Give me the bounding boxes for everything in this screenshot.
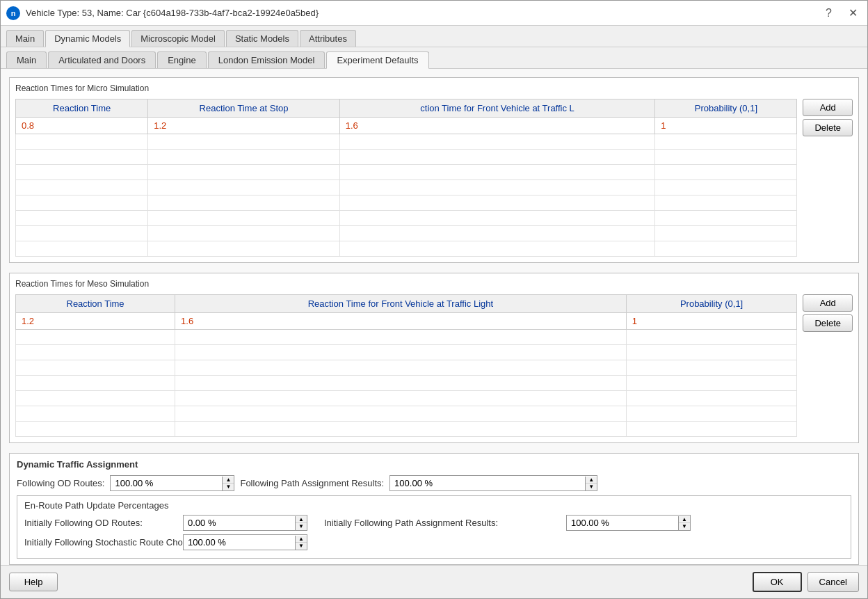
following-od-input-group[interactable]: ▲ ▼ <box>110 475 234 491</box>
init-od-row: Initially Following OD Routes: ▲ ▼ Initi… <box>24 515 844 531</box>
following-path-down[interactable]: ▼ <box>586 484 597 490</box>
following-od-row: Following OD Routes: ▲ ▼ Following Path … <box>17 475 851 491</box>
following-path-up[interactable]: ▲ <box>586 477 597 484</box>
meso-table-row[interactable]: 1.2 1.6 1 <box>16 313 797 330</box>
meso-cell-rtf[interactable]: 1.6 <box>175 313 627 330</box>
subtab-engine[interactable]: Engine <box>157 51 206 68</box>
meso-add-button[interactable]: Add <box>803 294 853 312</box>
sub-tab-bar: Main Articulated and Doors Engine London… <box>1 47 867 69</box>
micro-col-reaction-time: Reaction Time <box>16 99 148 118</box>
meso-col-reaction-time-front: Reaction Time for Front Vehicle at Traff… <box>175 295 627 313</box>
following-path-label: Following Path Assignment Results: <box>240 478 384 488</box>
tab-main[interactable]: Main <box>6 30 44 47</box>
meso-empty-row-1 <box>16 330 797 345</box>
init-od-label: Initially Following OD Routes: <box>24 518 177 528</box>
micro-cell-rt[interactable]: 0.8 <box>16 118 148 134</box>
help-button[interactable]: ? <box>821 5 836 21</box>
meso-delete-button[interactable]: Delete <box>803 314 853 332</box>
meso-table: Reaction Time Reaction Time for Front Ve… <box>15 294 797 437</box>
micro-cell-rtf[interactable]: 1.6 <box>339 118 655 134</box>
init-stochastic-down[interactable]: ▼ <box>296 543 307 550</box>
dta-title: Dynamic Traffic Assignment <box>17 459 851 470</box>
meso-empty-row-3 <box>16 360 797 376</box>
micro-table-buttons: Add Delete <box>803 99 853 136</box>
bottom-right-buttons: OK Cancel <box>753 572 859 592</box>
init-stochastic-label: Initially Following Stochastic Route Cho… <box>24 537 177 548</box>
micro-section-title: Reaction Times for Micro Simulation <box>15 83 853 93</box>
init-od-spinner: ▲ ▼ <box>295 516 307 530</box>
micro-col-reaction-time-front: ction Time for Front Vehicle at Traffic … <box>339 99 655 118</box>
micro-empty-row-7 <box>16 226 797 241</box>
init-od-up[interactable]: ▲ <box>296 516 307 523</box>
following-path-input-group[interactable]: ▲ ▼ <box>389 475 597 491</box>
init-path-label: Initially Following Path Assignment Resu… <box>324 518 561 528</box>
main-tab-bar: Main Dynamic Models Microscopic Model St… <box>1 26 867 47</box>
micro-simulation-section: Reaction Times for Micro Simulation Reac… <box>9 77 859 263</box>
title-bar-left: n Vehicle Type: 53, Name: Car {c604a198-… <box>6 6 319 20</box>
micro-cell-prob[interactable]: 1 <box>655 118 797 134</box>
following-path-input[interactable] <box>390 476 585 490</box>
micro-cell-rts[interactable]: 1.2 <box>148 118 339 134</box>
meso-section-title: Reaction Times for Meso Simulation <box>15 279 853 289</box>
content-area: Reaction Times for Micro Simulation Reac… <box>1 69 867 565</box>
meso-empty-row-6 <box>16 406 797 422</box>
micro-empty-row-5 <box>16 195 797 211</box>
enroute-title: En-Route Path Update Percentages <box>24 500 844 511</box>
micro-table-row[interactable]: 0.8 1.2 1.6 1 <box>16 118 797 134</box>
init-od-input[interactable] <box>184 516 295 530</box>
meso-empty-row-5 <box>16 391 797 406</box>
micro-col-probability: Probability (0,1] <box>655 99 797 118</box>
main-window: n Vehicle Type: 53, Name: Car {c604a198-… <box>0 0 868 599</box>
bottom-bar: Help OK Cancel <box>1 565 867 598</box>
following-od-label: Following OD Routes: <box>17 478 104 488</box>
micro-col-reaction-time-stop: Reaction Time at Stop <box>148 99 339 118</box>
subtab-experiment-defaults[interactable]: Experiment Defaults <box>326 51 428 69</box>
window-title: Vehicle Type: 53, Name: Car {c604a198-73… <box>26 8 319 18</box>
tab-static-models[interactable]: Static Models <box>226 30 298 47</box>
meso-empty-row-7 <box>16 422 797 437</box>
meso-empty-row-4 <box>16 376 797 391</box>
meso-cell-rt[interactable]: 1.2 <box>16 313 175 330</box>
init-path-up[interactable]: ▲ <box>679 516 690 523</box>
micro-table-container: Reaction Time Reaction Time at Stop ctio… <box>15 99 853 257</box>
init-path-input-group[interactable]: ▲ ▼ <box>566 515 691 531</box>
following-od-down[interactable]: ▼ <box>223 484 234 490</box>
micro-empty-row-6 <box>16 211 797 226</box>
init-stochastic-input-group[interactable]: ▲ ▼ <box>183 534 307 550</box>
init-stochastic-row: Initially Following Stochastic Route Cho… <box>24 534 844 550</box>
following-od-up[interactable]: ▲ <box>223 477 234 484</box>
title-bar-controls: ? ✕ <box>821 5 862 21</box>
tab-dynamic-models[interactable]: Dynamic Models <box>45 30 130 47</box>
subtab-london-emission[interactable]: London Emission Model <box>208 51 326 68</box>
subtab-articulated-doors[interactable]: Articulated and Doors <box>48 51 156 68</box>
init-od-down[interactable]: ▼ <box>296 523 307 530</box>
init-stochastic-up[interactable]: ▲ <box>296 536 307 543</box>
meso-simulation-section: Reaction Times for Meso Simulation React… <box>9 273 859 443</box>
meso-table-buttons: Add Delete <box>803 294 853 332</box>
meso-col-reaction-time: Reaction Time <box>16 295 175 313</box>
micro-empty-row-3 <box>16 165 797 180</box>
init-od-input-group[interactable]: ▲ ▼ <box>183 515 307 531</box>
tab-microscopic-model[interactable]: Microscopic Model <box>131 30 225 47</box>
micro-empty-row-8 <box>16 241 797 257</box>
init-stochastic-input[interactable] <box>184 535 295 550</box>
micro-empty-row-4 <box>16 180 797 195</box>
dta-section: Dynamic Traffic Assignment Following OD … <box>9 453 859 565</box>
micro-delete-button[interactable]: Delete <box>803 119 853 136</box>
meso-cell-prob[interactable]: 1 <box>626 313 797 330</box>
close-button[interactable]: ✕ <box>844 5 862 21</box>
cancel-button[interactable]: Cancel <box>807 572 859 592</box>
title-bar: n Vehicle Type: 53, Name: Car {c604a198-… <box>1 1 867 26</box>
following-od-input[interactable] <box>111 476 222 490</box>
tab-attributes[interactable]: Attributes <box>300 30 356 47</box>
init-path-input[interactable] <box>567 516 678 530</box>
ok-button[interactable]: OK <box>753 572 802 592</box>
init-path-down[interactable]: ▼ <box>679 523 690 530</box>
init-stochastic-spinner: ▲ ▼ <box>295 536 307 550</box>
subtab-main[interactable]: Main <box>6 51 47 68</box>
meso-table-container: Reaction Time Reaction Time for Front Ve… <box>15 294 853 437</box>
following-od-spinner: ▲ ▼ <box>222 477 234 490</box>
meso-col-probability: Probability (0,1] <box>626 295 797 313</box>
help-footer-button[interactable]: Help <box>9 573 58 591</box>
micro-add-button[interactable]: Add <box>803 99 853 116</box>
